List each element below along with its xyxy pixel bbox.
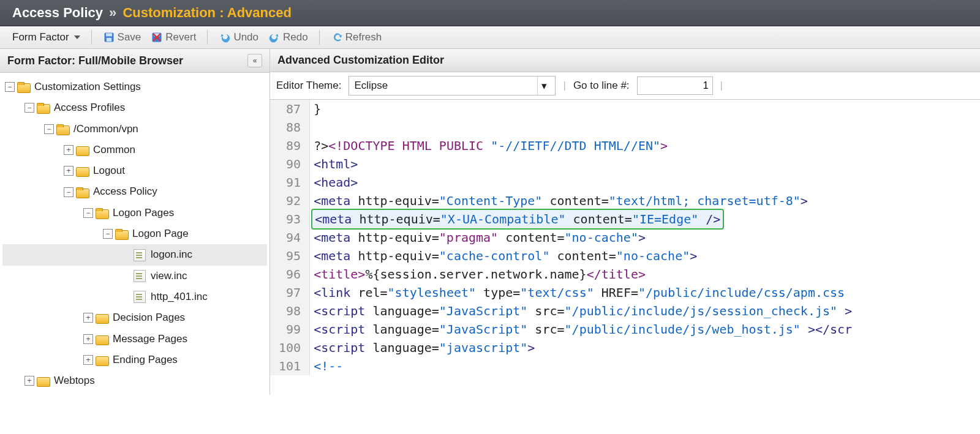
editor-panel-header: Advanced Customization Editor xyxy=(270,49,980,72)
collapse-icon[interactable]: − xyxy=(5,82,15,92)
undo-icon xyxy=(219,31,231,43)
folder-icon xyxy=(96,313,108,323)
separator xyxy=(319,30,320,45)
tree-item-label: Logon Page xyxy=(132,224,189,244)
code-line[interactable] xyxy=(314,118,852,137)
editor-toolbar: Editor Theme: Eclipse ▾ | Go to line #: … xyxy=(270,72,980,100)
folder-open-icon xyxy=(76,187,88,197)
code-line[interactable]: ?><!DOCTYPE HTML PUBLIC "-//IETF//DTD HT… xyxy=(314,137,852,155)
redo-icon xyxy=(268,31,281,43)
redo-button[interactable]: Redo xyxy=(266,30,311,45)
theme-label: Editor Theme: xyxy=(276,80,341,92)
code-editor[interactable]: 87888990919293949596979899100101 } ?><!D… xyxy=(270,100,980,375)
refresh-icon xyxy=(331,31,343,43)
tree-item[interactable]: http_401.inc xyxy=(2,286,267,307)
collapse-icon[interactable]: − xyxy=(44,124,54,134)
tree-item-label: http_401.inc xyxy=(151,287,208,307)
code-line[interactable]: <script language="JavaScript" src="/publ… xyxy=(314,302,852,320)
expand-icon[interactable]: + xyxy=(64,145,74,155)
folder-open-icon xyxy=(56,124,69,134)
chevron-down-icon xyxy=(74,36,80,39)
expand-icon[interactable]: + xyxy=(64,166,74,176)
left-panel-title: Form Factor: Full/Mobile Browser xyxy=(7,54,183,67)
file-icon xyxy=(134,249,146,261)
code-line[interactable]: <head> xyxy=(314,173,852,192)
code-line[interactable]: <title>%{session.server.network.name}</t… xyxy=(314,265,852,283)
tree-item-label: Ending Pages xyxy=(113,350,178,370)
tree-item-label: Logout xyxy=(93,161,125,181)
collapse-icon[interactable]: − xyxy=(103,229,113,239)
folder-open-icon xyxy=(115,229,127,239)
refresh-button[interactable]: Refresh xyxy=(328,30,385,45)
code-line[interactable]: <meta http-equiv="pragma" content="no-ca… xyxy=(314,228,852,247)
expand-icon[interactable]: + xyxy=(83,313,93,323)
code-lines[interactable]: } ?><!DOCTYPE HTML PUBLIC "-//IETF//DTD … xyxy=(310,100,856,375)
tree-item[interactable]: −Access Policy xyxy=(2,181,267,202)
tree-item[interactable]: −Customization Settings xyxy=(2,77,267,97)
code-line[interactable]: <meta http-equiv="X-UA-Compatible" conte… xyxy=(314,210,852,228)
code-line[interactable]: <!-- xyxy=(314,357,852,375)
code-line[interactable]: <meta http-equiv="cache-control" content… xyxy=(314,247,852,265)
undo-button[interactable]: Undo xyxy=(216,30,261,45)
form-factor-dropdown[interactable]: Form Factor xyxy=(10,30,83,45)
toolbar: Form Factor Save Revert Undo Redo Refres… xyxy=(0,26,980,49)
tree-item-label: Access Policy xyxy=(93,182,157,201)
tree-item[interactable]: −Logon Page xyxy=(2,223,267,244)
theme-value: Eclipse xyxy=(354,80,388,92)
tree-item-label: view.inc xyxy=(151,266,187,286)
tree-item[interactable]: +Message Pages xyxy=(2,329,267,350)
tree-item-label: Webtops xyxy=(54,371,95,391)
expand-icon[interactable]: + xyxy=(83,355,93,365)
folder-icon xyxy=(76,166,88,176)
theme-select[interactable]: Eclipse ▾ xyxy=(349,76,556,95)
left-panel-header: Form Factor: Full/Mobile Browser « xyxy=(0,49,270,73)
collapse-icon[interactable]: − xyxy=(24,103,34,113)
tree-item[interactable]: −Access Profiles xyxy=(2,97,267,118)
file-icon xyxy=(134,270,146,282)
tree-item[interactable]: +Common xyxy=(2,140,267,160)
expand-icon[interactable]: + xyxy=(83,334,93,344)
folder-open-icon xyxy=(37,103,49,113)
save-button[interactable]: Save xyxy=(100,30,144,45)
collapse-icon[interactable]: − xyxy=(83,208,93,218)
code-line[interactable]: <meta http-equiv="Content-Type" content=… xyxy=(314,192,852,210)
tree-item-label: Decision Pages xyxy=(113,308,185,327)
tree-item-label: Message Pages xyxy=(113,329,187,349)
folder-icon xyxy=(76,145,88,155)
code-line[interactable]: <script language="javascript"> xyxy=(314,339,852,357)
spacer xyxy=(123,293,131,301)
tree-item[interactable]: +Webtops xyxy=(2,370,267,391)
svg-rect-2 xyxy=(106,38,111,42)
collapse-icon[interactable]: − xyxy=(64,187,74,197)
collapse-left-button[interactable]: « xyxy=(247,54,262,67)
code-line[interactable]: <html> xyxy=(314,155,852,173)
breadcrumb-root[interactable]: Access Policy xyxy=(12,5,103,20)
revert-button[interactable]: Revert xyxy=(148,30,198,45)
tree-item-label: /Common/vpn xyxy=(74,119,138,139)
tree-item[interactable]: −Logon Pages xyxy=(2,203,267,223)
folder-icon xyxy=(96,334,108,344)
code-line[interactable]: } xyxy=(314,100,852,118)
tree-item[interactable]: view.inc xyxy=(2,266,267,286)
code-line[interactable]: <link rel="stylesheet" type="text/css" H… xyxy=(314,283,852,302)
tree-item[interactable]: logon.inc xyxy=(2,244,267,265)
breadcrumb-separator: » xyxy=(109,5,116,20)
tree: −Customization Settings−Access Profiles−… xyxy=(0,73,270,395)
expand-icon[interactable]: + xyxy=(24,376,34,386)
tree-item[interactable]: +Decision Pages xyxy=(2,307,267,328)
tree-item[interactable]: −/Common/vpn xyxy=(2,119,267,140)
left-panel: Form Factor: Full/Mobile Browser « −Cust… xyxy=(0,49,270,395)
separator xyxy=(91,30,92,45)
code-line[interactable]: <script language="JavaScript" src="/publ… xyxy=(314,320,852,339)
tree-item-label: Logon Pages xyxy=(113,203,174,223)
folder-icon xyxy=(37,376,49,386)
spacer xyxy=(123,251,131,260)
file-icon xyxy=(134,291,146,303)
goto-line-input[interactable] xyxy=(637,77,713,95)
highlighted-line: <meta http-equiv="X-UA-Compatible" conte… xyxy=(311,209,724,230)
tree-item-label: Customization Settings xyxy=(34,77,141,97)
breadcrumb-current: Customization : Advanced xyxy=(123,5,291,20)
tree-item[interactable]: +Ending Pages xyxy=(2,350,267,370)
tree-item[interactable]: +Logout xyxy=(2,160,267,181)
editor-title: Advanced Customization Editor xyxy=(277,54,444,67)
